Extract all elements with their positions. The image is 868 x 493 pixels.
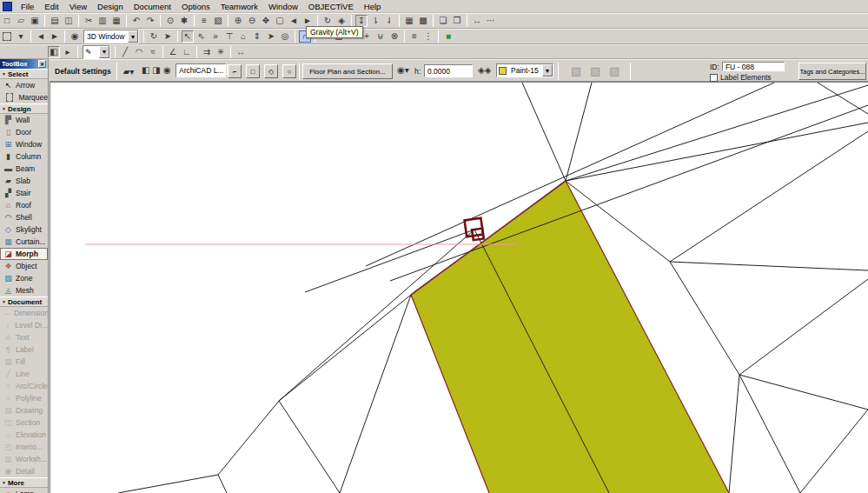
surface-pair-icon[interactable]: ◈◈ — [478, 65, 491, 75]
print-icon[interactable]: ▤ — [49, 15, 61, 27]
back-icon[interactable]: ◄ — [35, 30, 47, 43]
arrow-down-icon[interactable]: ▾ — [15, 30, 27, 43]
perp-icon[interactable]: ∟ — [181, 46, 193, 58]
find-select-icon[interactable]: ⊙ — [164, 15, 176, 27]
toolbox-item-zone[interactable]: ▨Zone — [0, 272, 48, 284]
open-icon[interactable]: ▱ — [15, 15, 27, 27]
menu-design[interactable]: Design — [92, 1, 129, 12]
redo-icon[interactable]: ↷ — [144, 15, 156, 27]
new-icon[interactable]: □ — [1, 15, 13, 27]
toolbox-item-fill[interactable]: ▨Fill — [0, 356, 48, 368]
height-input[interactable]: 0.0000 — [424, 64, 473, 77]
tags-categories-button[interactable]: Tags and Categories... — [798, 63, 866, 80]
pointer-plus-icon[interactable]: ⇖ — [195, 30, 208, 43]
toolbox-item-window[interactable]: ⊞Window — [0, 138, 48, 150]
pen-set-icon[interactable]: ⌐ — [228, 64, 242, 78]
paste-icon[interactable]: ▦ — [110, 15, 123, 27]
orbit-icon[interactable]: ↻ — [321, 15, 334, 27]
renovation-existing-icon[interactable]: ◧ — [142, 65, 149, 75]
prev-view-icon[interactable]: ◄ — [288, 15, 300, 27]
toolbox-item-lamp[interactable]: ✶Lamp — [0, 488, 48, 493]
toolbox-item-arccircle[interactable]: ○Arc/Circle — [0, 380, 48, 392]
floorplan-section-button[interactable]: Floor Plan and Section... — [302, 63, 393, 79]
toolbox-item-door[interactable]: ▯Door — [0, 126, 48, 138]
model-display-cube-icon[interactable]: ▧ — [609, 64, 620, 77]
toolbox-item-interio[interactable]: ◰Interio... — [0, 441, 48, 453]
toolbox-item-polyline[interactable]: ≈Polyline — [0, 392, 48, 404]
pan-icon[interactable]: ✥ — [260, 15, 272, 27]
menu-teamwork[interactable]: Teamwork — [215, 1, 263, 12]
gravity-icon[interactable]: ↧ — [355, 15, 368, 27]
toolbox-item-line[interactable]: ╱Line — [0, 368, 48, 380]
toolbox-item-elevation[interactable]: ⌂Elevation — [0, 429, 48, 441]
view-combo[interactable]: 3D Window▼ — [83, 30, 139, 43]
toolbox-section-select[interactable]: ▼Select — [0, 69, 48, 79]
toolbox-item-column[interactable]: ▮Column — [0, 150, 48, 163]
gravity-slab-icon[interactable]: ⇃ — [383, 15, 395, 27]
suspend-groups-icon[interactable]: ❐ — [451, 15, 463, 27]
toolbox-item-skylight[interactable]: ◇Skylight — [0, 223, 48, 236]
marquee-style-icon[interactable] — [3, 32, 11, 41]
label-elements-checkbox[interactable] — [710, 74, 718, 82]
toolbox-item-leveldi[interactable]: ↕Level Di... — [0, 319, 48, 331]
next-view-icon[interactable]: ► — [301, 15, 314, 27]
geometry-poly-icon[interactable]: ◇ — [264, 64, 278, 78]
view-combo-arrow-icon[interactable]: ▼ — [128, 30, 138, 43]
fit-icon[interactable]: ▢ — [274, 15, 286, 27]
canvas-3d-view[interactable] — [50, 82, 868, 493]
zoom-out-icon[interactable]: ⊖ — [246, 15, 258, 27]
hammer-icon[interactable]: ⊤ — [223, 30, 235, 43]
toolbox-section-document[interactable]: ▼Document — [0, 296, 48, 307]
groups-icon[interactable]: ❏ — [437, 15, 449, 27]
updown-icon[interactable]: ⇕ — [251, 30, 263, 43]
forward-icon[interactable]: ► — [49, 30, 61, 43]
toolbox-item-arrow[interactable]: ↖Arrow — [0, 79, 48, 91]
home-icon[interactable]: ⌂ — [237, 30, 249, 43]
gravity-sphere-icon[interactable]: ◉▾ — [397, 65, 409, 75]
arc-icon[interactable]: ◠ — [133, 46, 145, 58]
toolbox-item-detail[interactable]: ◉Detail — [0, 465, 48, 477]
surface-combo-arrow-icon[interactable]: ▼ — [542, 64, 553, 77]
toolbox-section-more[interactable]: ▼More — [0, 477, 48, 488]
status-green-icon[interactable]: ■ — [442, 30, 454, 43]
menu-file[interactable]: File — [16, 1, 39, 12]
copy-icon[interactable]: ▥ — [96, 15, 109, 27]
menu-objective[interactable]: OBJECTiVE — [303, 1, 359, 12]
toolbox-item-morph[interactable]: ◪Morph — [0, 248, 48, 260]
zoom-in-icon[interactable]: ⊕ — [232, 15, 244, 27]
toolbox-item-worksh[interactable]: ▥Worksh... — [0, 453, 48, 465]
toolbox-close-icon[interactable]: ✕ — [38, 60, 46, 68]
toolbox-item-wall[interactable]: ▛Wall — [0, 114, 48, 126]
toolbox-item-label[interactable]: ¶Label — [0, 343, 48, 356]
grid-icon[interactable]: ▦ — [403, 15, 415, 27]
toolbox-item-stair[interactable]: ▞Stair — [0, 187, 48, 199]
trace-options-icon[interactable]: ▸ — [62, 46, 74, 58]
pen-combo[interactable]: ✎▼ — [83, 45, 110, 59]
spline-icon[interactable]: ≈ — [147, 46, 159, 58]
toolbox-item-section[interactable]: ◫Section — [0, 416, 48, 429]
toolbox-item-marquee[interactable]: Marquee — [0, 91, 48, 103]
walk-icon[interactable]: » — [209, 30, 222, 43]
menu-document[interactable]: Document — [129, 1, 176, 12]
union-icon[interactable]: ⊎ — [374, 30, 387, 43]
line-icon[interactable]: ╱ — [119, 46, 131, 58]
toolbox-item-drawing[interactable]: ▤Drawing — [0, 404, 48, 416]
toolbox-item-mesh[interactable]: ◬Mesh — [0, 284, 48, 296]
eye-icon[interactable]: ◉ — [69, 30, 81, 43]
fly-icon[interactable]: ➤ — [265, 30, 277, 43]
layers-icon[interactable]: ▧ — [212, 15, 224, 27]
preview-icon[interactable]: ◫ — [63, 15, 75, 27]
offset-icon[interactable]: ⇉ — [201, 46, 213, 58]
geometry-rotated-icon[interactable]: ○ — [282, 64, 296, 78]
toolbox-item-slab[interactable]: ▰Slab — [0, 175, 48, 187]
camera-icon[interactable]: ◎ — [279, 30, 291, 43]
cut-icon[interactable]: ✂ — [83, 15, 95, 27]
distribute-icon[interactable]: ⋮ — [422, 30, 434, 43]
toolbox-item-curtain[interactable]: ▦Curtain... — [0, 236, 48, 248]
toolbox-item-roof[interactable]: ⌂Roof — [0, 199, 48, 211]
menu-options[interactable]: Options — [176, 1, 215, 12]
toolbox-item-text[interactable]: AText — [0, 331, 48, 343]
undo-icon[interactable]: ↶ — [130, 15, 142, 27]
pointer-icon[interactable]: ↖ — [182, 30, 194, 43]
gravity-beam-icon[interactable]: ⇂ — [369, 15, 381, 27]
